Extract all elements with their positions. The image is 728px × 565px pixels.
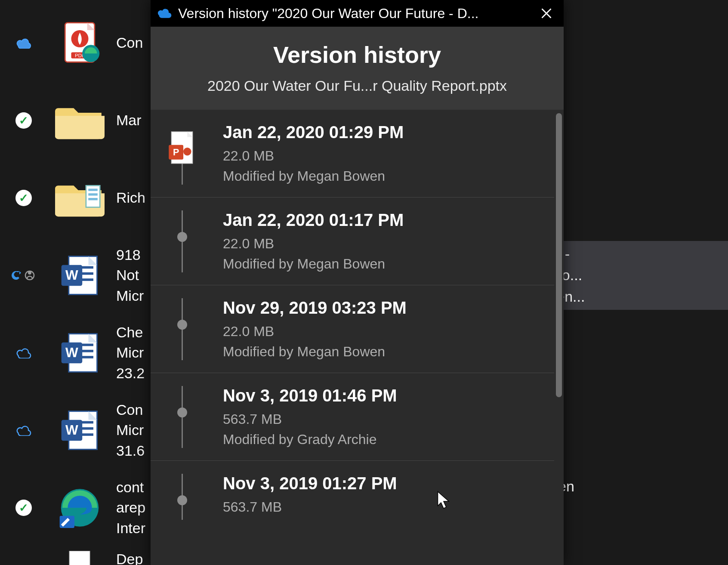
edge-shortcut-icon	[55, 486, 105, 529]
folder-with-docs-icon	[55, 176, 105, 219]
pdf-file-icon: PDF	[55, 22, 105, 65]
version-date: Jan 22, 2020 01:17 PM	[223, 210, 550, 230]
version-row[interactable]: Nov 3, 2019 01:27 PM 563.7 MB	[151, 461, 554, 532]
cloud-status-icon	[15, 422, 32, 438]
version-modified-by: Modified by Grady Archie	[223, 432, 550, 448]
timeline-dot-icon	[177, 232, 187, 242]
version-row[interactable]: P Jan 22, 2020 01:29 PM 22.0 MB Modified…	[151, 110, 554, 198]
versions-scrollbar[interactable]	[554, 110, 564, 565]
word-doc-icon: W	[55, 331, 105, 374]
version-date: Nov 3, 2019 01:46 PM	[223, 386, 550, 405]
svg-text:W: W	[65, 423, 78, 438]
dialog-titlebar[interactable]: Version history "2020 Our Water Our Futu…	[151, 0, 564, 27]
version-modified-by: Modified by Megan Bowen	[223, 344, 550, 360]
version-row[interactable]: Nov 29, 2019 03:23 PM 22.0 MB Modified b…	[151, 285, 554, 373]
word-doc-icon: W	[55, 409, 105, 452]
close-button[interactable]	[534, 3, 559, 24]
synced-status-icon: ✓	[15, 190, 32, 206]
synced-status-icon: ✓	[15, 112, 32, 129]
scrollbar-thumb[interactable]	[556, 113, 562, 397]
powerpoint-file-icon: P	[169, 130, 195, 165]
syncing-status-icon	[10, 267, 37, 284]
svg-rect-7	[88, 193, 98, 195]
version-date: Nov 3, 2019 01:27 PM	[223, 474, 550, 493]
version-modified-by: Modified by Megan Bowen	[223, 256, 550, 272]
version-row[interactable]: Jan 22, 2020 01:17 PM 22.0 MB Modified b…	[151, 198, 554, 285]
timeline-dot-icon	[177, 320, 187, 330]
dialog-heading: Version history	[159, 41, 555, 68]
timeline-dot-icon	[177, 408, 187, 417]
version-size: 563.7 MB	[223, 411, 550, 427]
version-size: 22.0 MB	[223, 148, 550, 164]
version-date: Jan 22, 2020 01:29 PM	[223, 123, 550, 142]
svg-rect-8	[88, 198, 98, 200]
version-size: 22.0 MB	[223, 324, 550, 340]
cloud-status-icon	[15, 35, 32, 51]
onedrive-icon	[157, 7, 172, 19]
timeline-dot-icon	[177, 495, 187, 505]
svg-text:W: W	[65, 345, 78, 360]
version-size: 22.0 MB	[223, 236, 550, 252]
word-doc-icon: W	[55, 254, 105, 297]
dialog-filename: 2020 Our Water Our Fu...r Quality Report…	[159, 77, 555, 94]
versions-list[interactable]: P Jan 22, 2020 01:29 PM 22.0 MB Modified…	[151, 110, 554, 565]
file-icon	[65, 551, 95, 565]
cloud-status-icon	[15, 345, 32, 361]
dialog-title: Version history "2020 Our Water Our Futu…	[178, 6, 534, 22]
folder-icon	[55, 99, 105, 142]
svg-text:P: P	[173, 147, 179, 157]
dialog-header: Version history 2020 Our Water Our Fu...…	[151, 27, 564, 110]
svg-rect-31	[69, 551, 90, 565]
version-row[interactable]: Nov 3, 2019 01:46 PM 563.7 MB Modified b…	[151, 373, 554, 461]
svg-point-10	[28, 271, 31, 275]
version-history-dialog: Version history "2020 Our Water Our Futu…	[151, 0, 564, 565]
svg-text:W: W	[65, 268, 78, 283]
svg-point-35	[183, 148, 191, 155]
version-modified-by: Modified by Megan Bowen	[223, 168, 550, 184]
version-size: 563.7 MB	[223, 499, 550, 515]
svg-rect-6	[88, 188, 98, 191]
synced-status-icon: ✓	[15, 500, 32, 516]
version-date: Nov 29, 2019 03:23 PM	[223, 298, 550, 318]
